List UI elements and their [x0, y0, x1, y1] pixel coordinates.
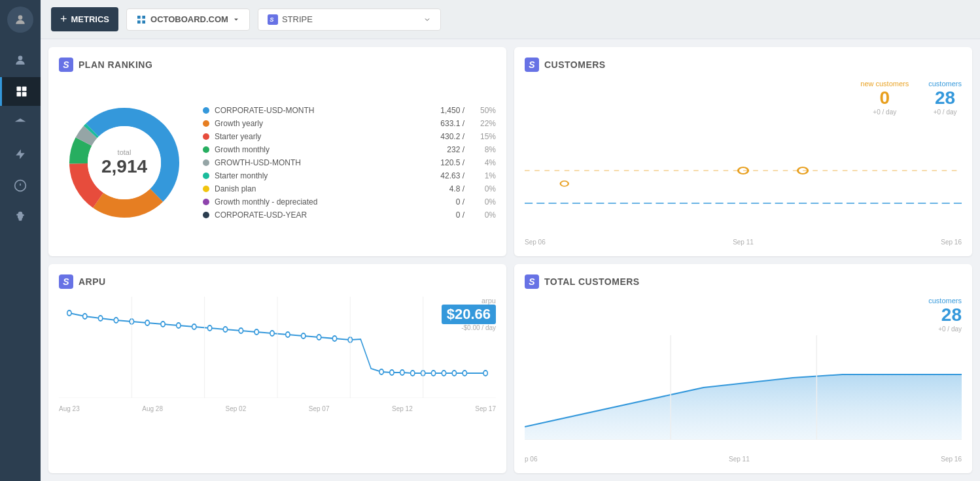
tc-label: customers [928, 297, 962, 305]
arpu-prefix: $ [447, 306, 455, 322]
customers-count-value: 28 [928, 88, 962, 108]
octoboard-button[interactable]: OCTOBOARD.COM [126, 8, 250, 31]
legend-value-8: 0 / [425, 210, 464, 220]
legend-item-6: Danish plan 4.8 / 0% [203, 182, 496, 195]
legend-pct-8: 0% [470, 210, 496, 220]
svg-text:S: S [270, 16, 274, 23]
legend-item-5: Starter monthly 42.63 / 1% [203, 169, 496, 182]
new-customers-value: 0 [860, 88, 909, 108]
legend-dot-4 [203, 159, 209, 166]
customers-chart-dates: Sep 06 Sep 11 Sep 16 [525, 239, 962, 246]
legend-value-2: 430.2 / [425, 132, 464, 141]
octoboard-label: OCTOBOARD.COM [150, 14, 228, 24]
svg-point-45 [390, 370, 394, 375]
legend-dot-6 [203, 186, 209, 192]
sidebar [0, 0, 41, 481]
legend-name-4: GROWTH-USD-MONTH [215, 158, 420, 167]
tc-date-2: Sep 16 [941, 456, 962, 463]
legend-value-7: 0 / [425, 197, 464, 207]
svg-point-34 [207, 325, 211, 331]
svg-point-46 [400, 370, 404, 375]
tc-chart-svg [525, 335, 962, 440]
plan-ranking-title: PLAN RANKING [79, 59, 152, 70]
sidebar-navigation [0, 46, 41, 238]
legend-name-1: Growth yearly [215, 119, 420, 128]
arpu-legend: arpu $20.66 -$0.00 / day [442, 297, 496, 331]
legend-dot-1 [203, 120, 209, 127]
chevron-down-icon [232, 16, 240, 24]
sidebar-item-dashboard[interactable] [0, 77, 41, 106]
customers-card: S CUSTOMERS new customers 0 +0 / day cus… [514, 47, 972, 256]
svg-point-50 [442, 371, 446, 376]
svg-point-30 [145, 320, 149, 325]
customers-count-label: customers [928, 80, 962, 88]
sidebar-item-info[interactable] [0, 171, 41, 200]
legend-name-2: Starter yearly [215, 132, 420, 141]
legend-pct-0: 50% [470, 106, 496, 115]
legend-name-3: Growth monthly [215, 145, 420, 154]
metrics-label: METRICS [71, 14, 110, 24]
arpu-date-0: Aug 23 [59, 405, 80, 412]
plan-ranking-legend: CORPORATE-USD-MONTH 1,450 / 50% Growth y… [203, 104, 496, 222]
legend-value-5: 42.63 / [425, 171, 464, 180]
donut-center: total 2,914 [101, 148, 147, 177]
tc-metric-block: customers 28 +0 / day [928, 297, 962, 333]
legend-pct-3: 8% [470, 145, 496, 154]
legend-pct-2: 15% [470, 132, 496, 141]
legend-item-0: CORPORATE-USD-MONTH 1,450 / 50% [203, 104, 496, 117]
arpu-date-5: Sep 17 [475, 405, 496, 412]
legend-name-0: CORPORATE-USD-MONTH [215, 106, 420, 115]
svg-point-52 [463, 371, 466, 376]
tc-date-1: Sep 11 [729, 456, 750, 463]
svg-rect-3 [22, 87, 26, 91]
legend-name-5: Starter monthly [215, 171, 420, 180]
total-customers-card: S TOTAL CUSTOMERS customers 28 +0 / day [514, 264, 972, 473]
legend-dot-7 [203, 199, 209, 205]
svg-point-41 [317, 335, 321, 340]
svg-point-36 [239, 328, 243, 333]
main-content: + METRICS OCTOBOARD.COM S STRIPE S PLAN … [41, 0, 980, 481]
legend-name-6: Danish plan [215, 184, 420, 193]
svg-rect-4 [16, 92, 21, 97]
stripe-logo-plan: S [59, 58, 73, 72]
new-customers-metric: new customers 0 +0 / day [860, 80, 909, 116]
legend-dot-0 [203, 107, 209, 114]
stripe-dropdown[interactable]: S STRIPE [258, 8, 441, 31]
svg-point-27 [98, 316, 102, 321]
svg-point-42 [332, 336, 336, 341]
new-customers-label: new customers [860, 80, 909, 88]
svg-rect-2 [16, 87, 21, 91]
plan-ranking-card: S PLAN RANKING [48, 47, 506, 256]
customers-title: CUSTOMERS [544, 59, 606, 70]
svg-point-25 [67, 310, 71, 316]
svg-rect-9 [137, 20, 141, 24]
svg-point-37 [254, 329, 258, 335]
total-customers-title: TOTAL CUSTOMERS [544, 276, 640, 287]
svg-point-49 [431, 371, 435, 376]
sidebar-item-user[interactable] [0, 46, 41, 75]
svg-point-33 [192, 324, 196, 329]
stripe-logo-arpu: S [59, 274, 73, 289]
legend-value-3: 232 / [425, 145, 464, 154]
tc-metrics-row: customers 28 +0 / day [525, 297, 962, 333]
plus-icon: + [60, 12, 67, 26]
date-sep16: Sep 16 [941, 239, 962, 246]
legend-item-8: CORPORATE-USD-YEAR 0 / 0% [203, 208, 496, 222]
stripe-label: STRIPE [282, 14, 313, 24]
stripe-icon: S [268, 14, 278, 25]
stripe-logo-total: S [525, 274, 539, 289]
arpu-date-2: Sep 02 [226, 405, 247, 412]
sidebar-item-integrations[interactable] [0, 140, 41, 169]
legend-item-2: Starter yearly 430.2 / 15% [203, 130, 496, 143]
arpu-content: arpu $20.66 -$0.00 / day [59, 297, 496, 463]
customers-metrics: new customers 0 +0 / day customers 28 +0… [525, 80, 962, 116]
arpu-date-1: Aug 28 [142, 405, 163, 412]
legend-value-1: 633.1 / [425, 119, 464, 128]
sidebar-item-bank[interactable] [0, 108, 41, 137]
stripe-logo-customers: S [525, 58, 539, 72]
arpu-header: S ARPU [59, 274, 496, 289]
total-customers-metric: customers 28 +0 / day [928, 80, 962, 116]
sidebar-item-bug[interactable] [0, 203, 41, 231]
add-metrics-button[interactable]: + METRICS [51, 7, 118, 31]
svg-point-24 [561, 181, 569, 186]
